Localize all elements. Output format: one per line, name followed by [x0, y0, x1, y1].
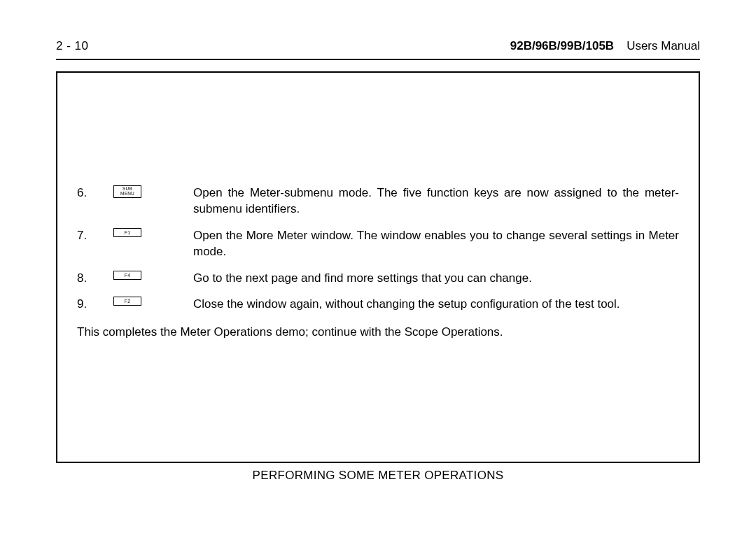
step-keycap-cell: F2 — [113, 296, 193, 306]
keycap-line: MENU — [120, 192, 134, 197]
keycap-f2-icon: F2 — [113, 297, 141, 306]
step-row: 8. F4 Go to the next page and find more … — [77, 270, 679, 286]
content-frame: 6. SUB MENU Open the Meter-submenu mode.… — [56, 71, 700, 463]
step-number: 7. — [77, 227, 113, 243]
step-keycap-cell: F4 — [113, 270, 193, 280]
step-text: Close the window again, without changing… — [193, 296, 679, 312]
manual-page: 2 - 10 92B/96B/99B/105B Users Manual 6. … — [0, 0, 756, 533]
step-row: 7. F1 Open the More Meter window. The wi… — [77, 227, 679, 260]
page-number: 2 - 10 — [56, 39, 88, 53]
step-text: Open the Meter-submenu mode. The five fu… — [193, 185, 679, 218]
step-number: 9. — [77, 296, 113, 312]
keycap-sub-menu-icon: SUB MENU — [113, 185, 141, 198]
header-right: 92B/96B/99B/105B Users Manual — [510, 39, 700, 53]
step-keycap-cell: SUB MENU — [113, 185, 193, 198]
step-text: Go to the next page and find more settin… — [193, 270, 679, 286]
step-keycap-cell: F1 — [113, 227, 193, 237]
keycap-line: F1 — [125, 228, 131, 237]
keycap-line: F4 — [125, 271, 131, 280]
closing-text: This completes the Meter Operations demo… — [77, 325, 679, 339]
step-number: 8. — [77, 270, 113, 286]
keycap-line: F2 — [125, 297, 131, 306]
step-row: 6. SUB MENU Open the Meter-submenu mode.… — [77, 185, 679, 218]
model-number: 92B/96B/99B/105B — [510, 39, 614, 53]
step-row: 9. F2 Close the window again, without ch… — [77, 296, 679, 312]
page-header: 2 - 10 92B/96B/99B/105B Users Manual — [56, 39, 700, 53]
step-text: Open the More Meter window. The window e… — [193, 227, 679, 260]
header-rule — [56, 59, 700, 60]
keycap-f1-icon: F1 — [113, 228, 141, 237]
keycap-f4-icon: F4 — [113, 271, 141, 280]
step-number: 6. — [77, 185, 113, 201]
section-footer: PERFORMING SOME METER OPERATIONS — [0, 469, 756, 483]
manual-title: Users Manual — [626, 39, 700, 53]
steps-list: 6. SUB MENU Open the Meter-submenu mode.… — [77, 185, 679, 313]
